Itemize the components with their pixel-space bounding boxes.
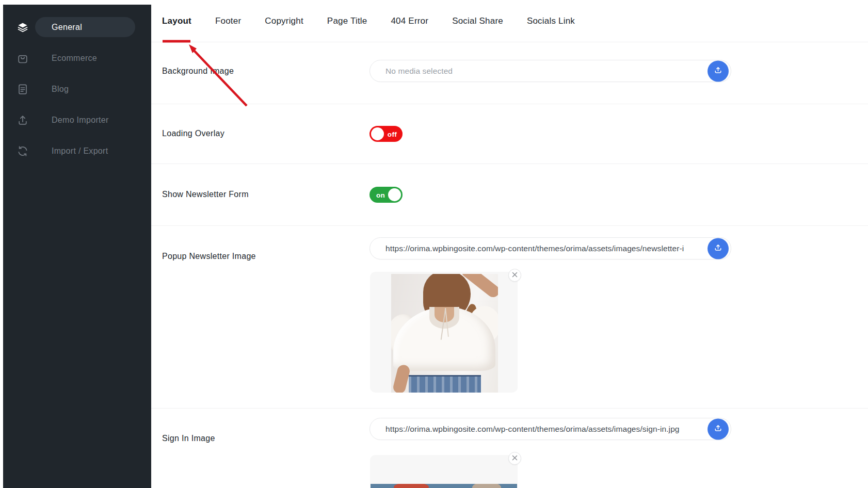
setting-row-popup-newsletter-image: Popup Newsletter Image https://orima.wpb… [151,226,868,409]
setting-label: Background Image [162,67,234,76]
setting-label: Sign In Image [162,434,215,443]
sidebar-item-label: Blog [52,85,69,94]
popup-newsletter-image-preview [370,272,518,393]
sidebar-item-label: Import / Export [52,147,108,156]
sidebar-item-general[interactable]: General [3,17,151,37]
sync-icon [17,145,29,157]
newsletter-photo [391,274,498,393]
sidebar-item-ecommerce[interactable]: Ecommerce [3,48,151,68]
sidebar-item-label: Demo Importer [52,116,109,125]
upload-media-icon [713,66,723,77]
setting-row-background-image: Background Image No media selected [151,42,868,104]
popup-newsletter-image-url-input[interactable]: https://orima.wpbingosite.com/wp-content… [369,237,731,259]
upload-media-icon [713,424,723,435]
sidebar-item-demo-importer[interactable]: Demo Importer [3,110,151,130]
setting-label: Popup Newsletter Image [162,252,256,261]
media-url-value: https://orima.wpbingosite.com/wp-content… [385,425,701,434]
blog-post-icon [17,83,29,95]
setting-row-sign-in-image: Sign In Image https://orima.wpbingosite.… [151,409,868,488]
tab-copyright[interactable]: Copyright [265,16,303,26]
tab-page-title[interactable]: Page Title [327,16,367,26]
setting-label: Show Newsletter Form [162,190,249,199]
close-icon [512,271,518,279]
tab-socials-link[interactable]: Socials Link [527,16,575,26]
sign-in-image-preview [370,455,518,488]
close-icon [512,454,518,462]
sidebar-item-import-export[interactable]: Import / Export [3,141,151,161]
media-input-placeholder: No media selected [385,67,701,76]
upload-icon [17,114,29,126]
tab-footer[interactable]: Footer [215,16,241,26]
upload-media-button[interactable] [708,60,729,82]
setting-row-show-newsletter-form: Show Newsletter Form on [151,164,868,226]
sign-in-photo [371,484,517,488]
layers-icon [17,21,29,34]
shopping-bag-icon [17,52,29,64]
tab-layout[interactable]: Layout [162,16,191,26]
toggle-state-label: off [388,130,397,138]
active-item-highlight [35,17,135,37]
sign-in-image-url-input[interactable]: https://orima.wpbingosite.com/wp-content… [369,418,731,440]
toggle-knob [371,127,384,140]
media-url-value: https://orima.wpbingosite.com/wp-content… [385,244,701,253]
setting-row-loading-overlay: Loading Overlay off [151,104,868,164]
show-newsletter-form-toggle[interactable]: on [369,187,403,203]
sidebar-item-blog[interactable]: Blog [3,79,151,99]
upload-media-button[interactable] [708,238,729,259]
settings-tabs: Layout Footer Copyright Page Title 404 E… [151,0,868,42]
sidebar-item-label: General [52,23,82,32]
layout-settings-panel: Background Image No media selected Loadi… [151,42,868,488]
toggle-state-label: on [376,191,385,199]
setting-label: Loading Overlay [162,129,224,138]
sidebar-item-label: Ecommerce [52,54,97,63]
tab-social-share[interactable]: Social Share [452,16,503,26]
toggle-knob [388,188,401,201]
remove-media-button[interactable] [508,269,521,282]
tab-404-error[interactable]: 404 Error [391,16,428,26]
loading-overlay-toggle[interactable]: off [369,126,403,142]
background-image-media-input[interactable]: No media selected [369,60,731,82]
upload-media-button[interactable] [708,418,729,440]
upload-media-icon [713,243,723,254]
remove-media-button[interactable] [508,452,521,465]
settings-sidebar: General Ecommerce Blog Dem [3,5,151,488]
